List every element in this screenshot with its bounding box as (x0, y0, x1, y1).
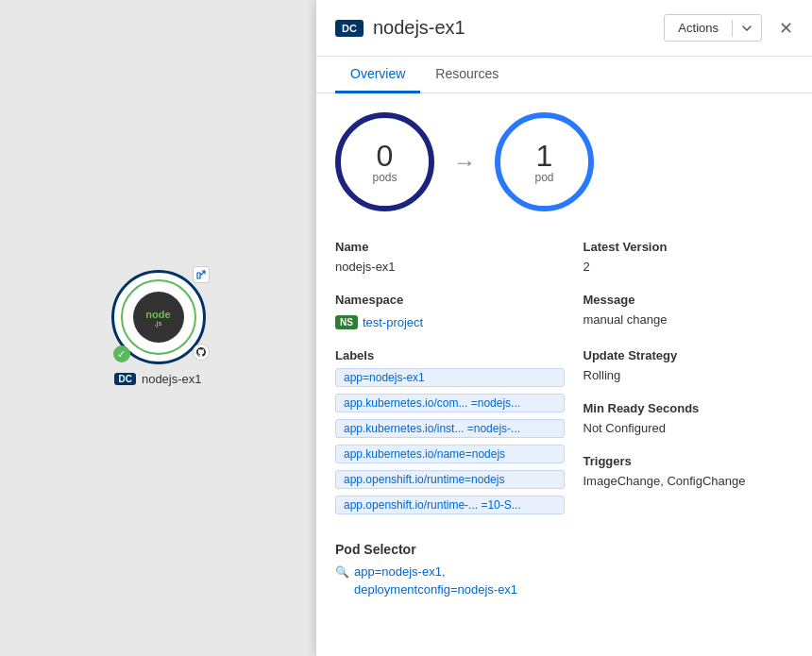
detail-drawer: DC nodejs-ex1 Actions ✕ Overview Resourc… (316, 0, 812, 656)
node-name-label: nodejs-ex1 (142, 372, 202, 386)
github-icon (193, 344, 210, 361)
info-grid: Name nodejs-ex1 Latest Version 2 Namespa… (335, 240, 793, 597)
node-logo: node .js (133, 292, 184, 343)
min-ready-section: Min Ready Seconds Not Configured (584, 401, 794, 454)
from-pod-circle: 0 pods (335, 112, 434, 211)
namespace-section: Namespace NS test-project (335, 293, 565, 348)
to-pod-circle: 1 pod (495, 112, 594, 211)
page-title: nodejs-ex1 (373, 17, 465, 39)
node-icon-wrapper: node .js ✓ (111, 270, 206, 364)
external-link-icon[interactable] (193, 266, 210, 283)
name-field-label: Name (335, 240, 565, 254)
actions-dropdown[interactable]: Actions (664, 14, 762, 42)
right-info-column: Update Strategy Rolling Min Ready Second… (565, 348, 794, 537)
pod-selector-values: 🔍 app=nodejs-ex1, deploymentconfig=nodej… (335, 564, 793, 597)
namespace-value: NS test-project (335, 315, 423, 329)
min-ready-label: Min Ready Seconds (584, 401, 794, 415)
drawer-content: 0 pods → 1 pod Name nodejs-ex1 Latest Ve… (316, 93, 812, 656)
tab-resources[interactable]: Resources (420, 57, 514, 93)
latest-version-section: Latest Version 2 (565, 240, 794, 293)
ns-icon: NS (335, 315, 358, 329)
labels-section: Labels app=nodejs-ex1 app.kubernetes.io/… (335, 348, 565, 537)
message-label: Message (584, 293, 794, 307)
labels-label: Labels (335, 348, 565, 362)
to-pod-label: pod (534, 171, 553, 184)
pods-section: 0 pods → 1 pod (335, 112, 793, 211)
triggers-value: ImageChange, ConfigChange (584, 474, 794, 488)
update-strategy-section: Update Strategy Rolling (584, 348, 794, 401)
tab-overview[interactable]: Overview (335, 57, 420, 93)
name-section: Name nodejs-ex1 (335, 240, 565, 293)
message-section: Message manual change (565, 293, 794, 348)
list-item: app.kubernetes.io/com... =nodejs... (335, 394, 565, 412)
min-ready-value: Not Configured (584, 421, 794, 435)
actions-button[interactable]: Actions (665, 15, 732, 41)
node-logo-sub: .js (155, 320, 162, 327)
drawer-title: DC nodejs-ex1 (335, 17, 465, 39)
to-pod-count: 1 (536, 141, 553, 171)
latest-version-value: 2 (584, 260, 794, 274)
left-panel: node .js ✓ DC nodejs-ex1 (0, 0, 316, 656)
latest-version-label: Latest Version (584, 240, 794, 254)
pod-selector-value-2: deploymentconfig=nodejs-ex1 (354, 582, 517, 597)
list-item: app.openshift.io/runtime-... =10-S... (335, 496, 565, 514)
node-inner-ring: node .js (121, 279, 196, 355)
from-pod-label: pods (372, 171, 397, 184)
dc-badge: DC (335, 20, 364, 37)
list-item: app.kubernetes.io/inst... =nodejs-... (335, 419, 565, 438)
search-icon: 🔍 (335, 565, 349, 579)
dc-badge-small: DC (114, 373, 135, 385)
message-value: manual change (584, 312, 794, 327)
label-tags: app=nodejs-ex1 app.kubernetes.io/com... … (335, 368, 565, 518)
node-container: node .js ✓ DC nodejs-ex1 (111, 270, 206, 386)
arrow-icon: → (453, 149, 476, 176)
list-item: app.openshift.io/runtime=nodejs (335, 470, 565, 489)
list-item: app.kubernetes.io/name=nodejs (335, 445, 565, 463)
tabs-bar: Overview Resources (316, 57, 812, 93)
close-button[interactable]: ✕ (779, 18, 793, 39)
triggers-section: Triggers ImageChange, ConfigChange (584, 454, 794, 507)
actions-arrow-icon[interactable] (732, 20, 761, 37)
update-strategy-label: Update Strategy (584, 348, 794, 362)
status-check-icon: ✓ (113, 345, 130, 362)
triggers-label: Triggers (584, 454, 794, 468)
node-label: DC nodejs-ex1 (114, 372, 201, 386)
list-item: app=nodejs-ex1 (335, 368, 565, 387)
pod-selector-link[interactable]: 🔍 app=nodejs-ex1, (335, 564, 793, 579)
update-strategy-value: Rolling (584, 368, 794, 382)
from-pod-count: 0 (377, 141, 394, 171)
namespace-label: Namespace (335, 293, 565, 307)
pod-selector-value-1: app=nodejs-ex1, (354, 564, 446, 579)
pod-selector-label: Pod Selector (335, 542, 793, 557)
drawer-header: DC nodejs-ex1 Actions ✕ (316, 0, 812, 57)
pod-selector-section: Pod Selector 🔍 app=nodejs-ex1, deploymen… (335, 537, 793, 597)
name-field-value: nodejs-ex1 (335, 260, 565, 274)
namespace-link[interactable]: test-project (363, 315, 423, 329)
node-logo-text: node (145, 309, 170, 320)
